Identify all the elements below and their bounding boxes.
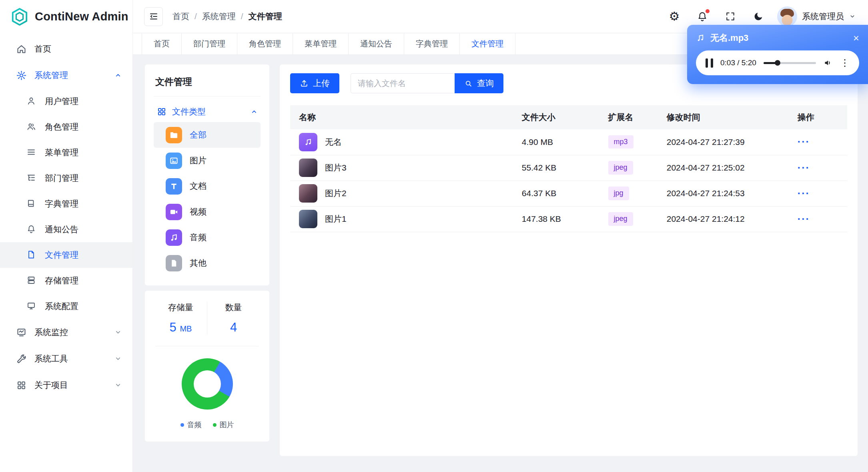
row-actions-button[interactable]: ··· xyxy=(798,188,810,199)
sidebar-item-file-management[interactable]: 文件管理 xyxy=(0,242,132,268)
breadcrumb: 首页 / 系统管理 / 文件管理 xyxy=(172,11,282,22)
gear-icon xyxy=(16,70,27,81)
home-icon xyxy=(16,44,27,54)
breadcrumb-current: 文件管理 xyxy=(249,11,282,22)
table-row: 图片1 147.38 KB jpeg 2024-04-27 21:24:12 ·… xyxy=(290,206,847,232)
monitor-chart-icon xyxy=(16,327,27,338)
file-name: 无名 xyxy=(325,137,342,148)
file-type-label: 文档 xyxy=(190,181,206,192)
user-menu[interactable]: 系统管理员 xyxy=(777,6,856,26)
upload-button[interactable]: 上传 xyxy=(290,73,339,93)
text-doc-icon xyxy=(166,178,182,195)
file-type-document[interactable]: 文档 xyxy=(154,173,261,199)
chevron-down-icon xyxy=(114,355,122,363)
file-type-label: 音频 xyxy=(190,232,206,243)
query-button[interactable]: 查询 xyxy=(455,73,503,93)
file-type-group-toggle[interactable]: 文件类型 xyxy=(154,96,261,122)
music-note-icon xyxy=(166,229,182,246)
file-size: 4.90 MB xyxy=(513,129,599,155)
close-icon[interactable]: × xyxy=(853,33,859,43)
sidebar-item-user-management[interactable]: 用户管理 xyxy=(0,88,132,114)
audio-title: 无名.mp3 xyxy=(710,32,748,44)
moon-icon xyxy=(753,11,764,22)
fullscreen-icon xyxy=(725,11,736,22)
search-group: 查询 xyxy=(351,73,503,93)
file-type-video[interactable]: 视频 xyxy=(154,199,261,225)
breadcrumb-separator: / xyxy=(241,12,243,21)
volume-icon[interactable] xyxy=(823,58,833,68)
chevron-up-icon xyxy=(114,71,122,79)
file-type-audio[interactable]: 音频 xyxy=(154,225,261,250)
seek-thumb[interactable] xyxy=(775,60,780,66)
logo-row: ContiNew Admin xyxy=(0,0,132,33)
sidebar-item-system-management[interactable]: 系统管理 xyxy=(0,62,132,88)
storage-label: 存储量 xyxy=(154,302,207,313)
column-ops: 操作 xyxy=(789,105,847,129)
count-value: 4 xyxy=(207,320,260,335)
sidebar-item-notice[interactable]: 通知公告 xyxy=(0,217,132,242)
row-actions-button[interactable]: ··· xyxy=(798,136,810,148)
notifications-button[interactable] xyxy=(693,7,712,26)
tab-dict[interactable]: 字典管理 xyxy=(404,33,460,54)
file-name: 图片1 xyxy=(325,213,347,225)
kebab-menu-icon[interactable]: ⋮ xyxy=(840,58,850,68)
image-thumbnail xyxy=(299,159,317,177)
search-input[interactable] xyxy=(351,73,455,93)
sidebar-item-dict-management[interactable]: 字典管理 xyxy=(0,191,132,217)
system-management-submenu: 用户管理 角色管理 菜单管理 xyxy=(0,88,132,319)
tab-home[interactable]: 首页 xyxy=(142,33,182,54)
sidebar-item-about-project[interactable]: 关于项目 xyxy=(0,372,132,398)
table-row: 图片3 55.42 KB jpeg 2024-04-27 21:25:02 ··… xyxy=(290,155,847,181)
tab-notice[interactable]: 通知公告 xyxy=(349,33,404,54)
tab-department[interactable]: 部门管理 xyxy=(182,33,237,54)
app-title: ContiNew Admin xyxy=(35,10,128,23)
file-list-card: 上传 查询 xyxy=(280,64,858,456)
sidebar-item-system-tools[interactable]: 系统工具 xyxy=(0,345,132,372)
sidebar-item-system-monitor[interactable]: 系统监控 xyxy=(0,319,132,345)
sidebar-item-role-management[interactable]: 角色管理 xyxy=(0,114,132,140)
file-type-other[interactable]: 其他 xyxy=(154,250,261,276)
video-icon xyxy=(166,204,182,220)
file-time: 2024-04-27 21:27:39 xyxy=(658,129,789,155)
fullscreen-button[interactable] xyxy=(721,7,740,26)
sidebar-item-system-config[interactable]: 系统配置 xyxy=(0,293,132,319)
settings-button[interactable]: ⚙ xyxy=(665,7,684,26)
sidebar-item-home[interactable]: 首页 xyxy=(0,36,132,62)
row-actions-button[interactable]: ··· xyxy=(798,213,810,225)
apps-grid-icon xyxy=(157,107,166,116)
user-icon xyxy=(26,96,37,107)
breadcrumb-separator: / xyxy=(194,12,197,21)
donut-chart xyxy=(182,358,233,410)
ext-tag: jpg xyxy=(608,187,629,200)
music-note-icon xyxy=(696,34,705,43)
seek-slider[interactable] xyxy=(764,62,816,64)
pause-button[interactable] xyxy=(706,58,713,68)
row-actions-button[interactable]: ··· xyxy=(798,162,810,174)
search-icon xyxy=(464,79,473,88)
ext-tag: jpeg xyxy=(608,161,633,174)
tab-role[interactable]: 角色管理 xyxy=(237,33,293,54)
file-type-all[interactable]: 全部 xyxy=(154,122,261,148)
audio-controls: 0:03 / 5:20 ⋮ xyxy=(696,50,859,75)
dark-mode-button[interactable] xyxy=(749,7,768,26)
sidebar-collapse-button[interactable] xyxy=(144,7,163,26)
tab-menu[interactable]: 菜单管理 xyxy=(293,33,349,54)
count-stat: 数量 4 xyxy=(207,302,260,335)
legend-dot-audio xyxy=(180,423,184,427)
stats-row: 存储量 5 MB 数量 4 xyxy=(154,302,260,335)
breadcrumb-system[interactable]: 系统管理 xyxy=(202,11,236,22)
file-type-group-label: 文件类型 xyxy=(172,106,206,117)
user-name: 系统管理员 xyxy=(802,11,844,22)
storage-icon xyxy=(26,275,37,286)
tab-file-management[interactable]: 文件管理 xyxy=(460,33,515,54)
sidebar-item-department-management[interactable]: 部门管理 xyxy=(0,165,132,191)
file-type-image[interactable]: 图片 xyxy=(154,148,261,173)
breadcrumb-home[interactable]: 首页 xyxy=(172,11,189,22)
sidebar-item-menu-management[interactable]: 菜单管理 xyxy=(0,140,132,165)
app-logo-icon xyxy=(10,8,29,26)
users-icon xyxy=(26,122,37,133)
tree-list-icon xyxy=(26,173,37,184)
file-type-card: 文件管理 文件类型 xyxy=(145,64,269,285)
ext-tag: jpeg xyxy=(608,212,633,225)
sidebar-item-storage-management[interactable]: 存储管理 xyxy=(0,268,132,293)
